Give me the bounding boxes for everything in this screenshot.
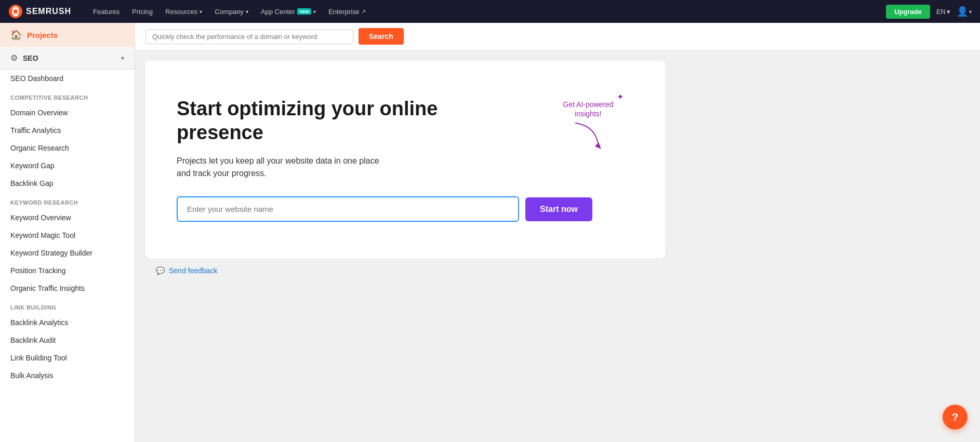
sidebar-item-organic-research[interactable]: Organic Research <box>0 139 135 157</box>
feedback-icon: 💬 <box>156 266 165 275</box>
user-icon: 👤 <box>957 6 968 17</box>
logo[interactable]: SEMRUSH <box>8 4 71 19</box>
sidebar-item-keyword-strategy-builder[interactable]: Keyword Strategy Builder <box>0 244 135 262</box>
sidebar-item-backlink-audit[interactable]: Backlink Audit <box>0 331 135 349</box>
app-layout: 🏠 Projects ⚙ SEO ▾ SEO Dashboard COMPETI… <box>0 23 980 442</box>
sidebar-item-seo-dashboard[interactable]: SEO Dashboard <box>0 70 135 87</box>
start-now-button[interactable]: Start now <box>525 197 592 221</box>
nav-company[interactable]: Company ▾ <box>209 5 254 19</box>
sidebar-seo-header[interactable]: ⚙ SEO ▾ <box>0 47 135 70</box>
user-menu[interactable]: 👤 ▾ <box>957 6 972 17</box>
sidebar-item-keyword-overview[interactable]: Keyword Overview <box>0 209 135 226</box>
new-badge: new <box>297 8 312 15</box>
sidebar-item-domain-overview[interactable]: Domain Overview <box>0 104 135 122</box>
ai-insights-text: Get AI-powered insights! <box>554 100 622 118</box>
main-content: Search ✦ Get AI-powered insights! Start … <box>135 23 980 442</box>
sidebar-item-link-building-tool[interactable]: Link Building Tool <box>0 349 135 367</box>
sidebar-section-keyword: KEYWORD RESEARCH <box>0 192 135 209</box>
hero-title: Start optimizing your online presence <box>177 97 447 144</box>
chevron-down-icon: ▾ <box>200 9 202 15</box>
nav-right: Upgrade EN ▾ 👤 ▾ <box>886 5 972 19</box>
sidebar-item-backlink-gap[interactable]: Backlink Gap <box>0 175 135 192</box>
sidebar-item-projects[interactable]: 🏠 Projects <box>0 23 135 47</box>
chevron-down-icon: ▾ <box>313 9 316 15</box>
sidebar-section-link-building: LINK BUILDING <box>0 297 135 314</box>
language-selector[interactable]: EN ▾ <box>936 8 950 16</box>
search-button[interactable]: Search <box>359 28 404 45</box>
chevron-down-icon: ▾ <box>969 9 972 15</box>
hero-card: ✦ Get AI-powered insights! Start optimiz… <box>145 61 665 258</box>
top-navigation: SEMRUSH Features Pricing Resources ▾ Com… <box>0 0 980 23</box>
search-bar: Search <box>135 23 980 50</box>
content-area: ✦ Get AI-powered insights! Start optimiz… <box>135 50 980 442</box>
sidebar: 🏠 Projects ⚙ SEO ▾ SEO Dashboard COMPETI… <box>0 23 135 442</box>
nav-resources[interactable]: Resources ▾ <box>160 5 207 19</box>
svg-point-2 <box>14 9 18 14</box>
nav-items: Features Pricing Resources ▾ Company ▾ A… <box>88 5 873 19</box>
nav-enterprise[interactable]: Enterprise ↗ <box>323 5 371 19</box>
logo-text: SEMRUSH <box>26 7 71 16</box>
sidebar-item-organic-traffic-insights[interactable]: Organic Traffic Insights <box>0 279 135 297</box>
help-button[interactable]: ? <box>943 405 968 430</box>
hero-description: Projects let you keep all your website d… <box>177 155 385 180</box>
nav-pricing[interactable]: Pricing <box>127 5 158 19</box>
ai-annotation: ✦ Get AI-powered insights! <box>554 92 624 152</box>
sidebar-item-position-tracking[interactable]: Position Tracking <box>0 262 135 279</box>
sidebar-item-keyword-magic-tool[interactable]: Keyword Magic Tool <box>0 226 135 244</box>
external-link-icon: ↗ <box>361 8 366 15</box>
seo-icon: ⚙ <box>10 53 18 63</box>
upgrade-button[interactable]: Upgrade <box>886 5 930 19</box>
website-input[interactable] <box>177 196 519 222</box>
feedback-link[interactable]: Send feedback <box>169 266 217 275</box>
sidebar-item-traffic-analytics[interactable]: Traffic Analytics <box>0 122 135 139</box>
chevron-down-icon: ▾ <box>947 8 950 16</box>
sidebar-item-keyword-gap[interactable]: Keyword Gap <box>0 157 135 175</box>
home-icon: 🏠 <box>10 29 22 41</box>
projects-label: Projects <box>27 31 58 39</box>
sidebar-item-backlink-analytics[interactable]: Backlink Analytics <box>0 314 135 331</box>
feedback-row: 💬 Send feedback <box>145 258 970 283</box>
chevron-down-icon: ▾ <box>121 55 124 62</box>
search-input[interactable] <box>152 33 347 41</box>
search-input-wrap[interactable] <box>145 29 353 44</box>
chevron-down-icon: ▾ <box>246 9 248 15</box>
nav-features[interactable]: Features <box>88 5 125 19</box>
hero-input-row: Start now <box>177 196 592 222</box>
sidebar-item-bulk-analysis[interactable]: Bulk Analysis <box>0 367 135 384</box>
nav-app-center[interactable]: App Center new ▾ <box>256 5 321 19</box>
seo-label: SEO <box>23 54 116 62</box>
arrow-icon <box>570 120 612 152</box>
sidebar-section-competitive: COMPETITIVE RESEARCH <box>0 87 135 104</box>
